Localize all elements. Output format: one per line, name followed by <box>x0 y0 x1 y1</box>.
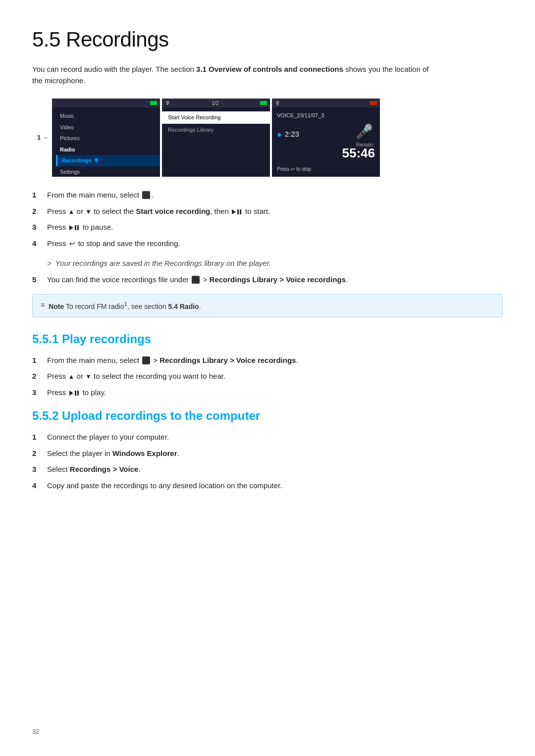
menu-music: Music <box>60 110 160 122</box>
step-4: 4 Press ↩ to stop and save the recording… <box>32 238 503 250</box>
down-arrow-s551: ▼ <box>85 373 92 380</box>
section-552-step-3: 3 Select Recordings > Voice. <box>32 464 503 475</box>
menu-video: Video <box>60 122 160 133</box>
recordings-library-item: Recordings Library <box>162 124 270 136</box>
sub-step: > Your recordings are saved in the Recor… <box>47 258 503 269</box>
pause-bars-2 <box>75 225 79 230</box>
step-3: 3 Press to pause. <box>32 222 503 233</box>
step-5: 5 You can find the voice recordings file… <box>32 274 503 286</box>
intro-paragraph: You can record audio with the player. Th… <box>32 64 438 86</box>
menu-pictures: Pictures <box>60 133 160 144</box>
step-3-text: Press to pause. <box>47 222 503 233</box>
screen-left: Music Video Pictures Radio Recordings 🎙 … <box>52 99 160 177</box>
mic-icon-menu: 🎙 <box>94 156 99 165</box>
menu-radio: Radio <box>60 144 160 155</box>
section-552-step-4: 4 Copy and paste the recordings to any d… <box>32 480 503 492</box>
play-pause-icon-step2 <box>232 209 242 214</box>
start-voice-recording-item: Start Voice Recording <box>162 111 270 124</box>
step-badge-1: 1 → <box>37 133 49 143</box>
s551-step-3-text: Press to play. <box>47 387 503 399</box>
screen-middle-topbar: 🎙 1/2 <box>162 99 270 107</box>
step-2: 2 Press ▲ or ▼ to select the Start voice… <box>32 206 503 217</box>
screen-right-topbar: 🎙 <box>272 99 380 107</box>
s552-step-1-text: Connect the player to your computer. <box>47 432 503 443</box>
step-4-text: Press ↩ to stop and save the recording. <box>47 238 503 250</box>
remain-time: 55:46 <box>342 144 375 163</box>
up-arrow-icon: ▲ <box>68 208 75 215</box>
menu-list-middle: Start Voice Recording Recordings Library <box>162 107 270 136</box>
page-title: 5.5 Recordings <box>32 24 503 55</box>
voice-filename: VOICE_23/11/07_3 <box>277 111 375 120</box>
mic-icon-step1 <box>142 191 150 199</box>
recording-bullet: ● <box>277 129 282 141</box>
mic-icon-right: 🎙 <box>275 99 280 107</box>
screen-right: 🎙 VOICE_23/11/07_3 🎤 Remain ● 2:23 55:46… <box>272 99 380 177</box>
screen-left-topbar <box>52 99 160 107</box>
s551-step-1-text: From the main menu, select > Recordings … <box>47 355 503 366</box>
section-551-title: 5.5.1 Play recordings <box>32 330 503 348</box>
s552-step-4-text: Copy and paste the recordings to any des… <box>47 480 503 492</box>
screen-middle: 🎙 1/2 Start Voice Recording Recordings L… <box>162 99 270 177</box>
mic-icon-step5 <box>192 276 200 284</box>
menu-settings: Settings <box>60 166 160 177</box>
section-551-step-1: 1 From the main menu, select > Recording… <box>32 355 503 366</box>
step-1: 1 From the main menu, select . <box>32 190 503 201</box>
step-4-num: 4 <box>32 238 41 250</box>
pause-bars <box>237 209 241 214</box>
screen-left-wrapper: 1 → Music Video Pictures Radio Recording… <box>52 99 160 177</box>
s551-step-3-num: 3 <box>32 387 41 399</box>
play-triangle-2 <box>69 225 73 230</box>
sub-step-arrow: > <box>47 258 52 269</box>
section-552-steps: 1 Connect the player to your computer. 2… <box>32 432 503 491</box>
screenshots-row: 1 → Music Video Pictures Radio Recording… <box>52 99 380 177</box>
elapsed-time: 2:23 <box>285 129 299 140</box>
step-1-num: 1 <box>32 190 41 201</box>
section-551-step-3: 3 Press to play. <box>32 387 503 399</box>
back-icon-step4: ↩ <box>69 239 75 249</box>
note-icon: ≡ <box>41 300 45 310</box>
sub-step-text: Your recordings are saved in the Recordi… <box>55 258 271 269</box>
s552-step-4-num: 4 <box>32 480 41 492</box>
s552-step-2-num: 2 <box>32 448 41 459</box>
mic-icon-s551-1 <box>142 356 150 364</box>
play-pause-icon-s551 <box>69 391 80 396</box>
battery-icon-middle <box>260 101 267 105</box>
step-5-text: You can find the voice recordings file u… <box>47 274 503 286</box>
step-1-text: From the main menu, select . <box>47 190 503 201</box>
play-triangle-s551 <box>69 391 73 396</box>
step-2-text: Press ▲ or ▼ to select the Start voice r… <box>47 206 503 217</box>
battery-icon-right <box>370 101 377 105</box>
battery-icon-left <box>150 101 157 105</box>
note-box: ≡ Note To record FM radio1, see section … <box>32 294 503 317</box>
s551-step-2-text: Press ▲ or ▼ to select the recording you… <box>47 371 503 382</box>
note-text: Note To record FM radio1, see section 5.… <box>49 300 201 312</box>
step-2-num: 2 <box>32 206 41 217</box>
s552-step-3-text: Select Recordings > Voice. <box>47 464 503 475</box>
menu-recordings: Recordings 🎙 <box>56 155 160 166</box>
s552-step-1-num: 1 <box>32 432 41 443</box>
mic-icon-middle: 🎙 <box>165 99 170 107</box>
step-3-num: 3 <box>32 222 41 233</box>
play-pause-icon-step3 <box>69 225 80 230</box>
section-552-step-1: 1 Connect the player to your computer. <box>32 432 503 443</box>
down-arrow-icon: ▼ <box>85 208 92 215</box>
stop-instruction: Press ↩ to stop <box>277 165 311 173</box>
step5-list: 5 You can find the voice recordings file… <box>32 274 503 286</box>
play-triangle <box>232 209 236 214</box>
s552-step-3-num: 3 <box>32 464 41 475</box>
page-indicator: 1/2 <box>212 100 219 107</box>
s551-step-2-num: 2 <box>32 371 41 382</box>
section-551-steps: 1 From the main menu, select > Recording… <box>32 355 503 399</box>
section-552-title: 5.5.2 Upload recordings to the computer <box>32 407 503 425</box>
mic-big-icon: 🎤 <box>356 121 373 142</box>
pause-bars-s551 <box>75 391 79 396</box>
s552-step-2-text: Select the player in Windows Explorer. <box>47 448 503 459</box>
main-steps-list: 1 From the main menu, select . 2 Press ▲… <box>32 190 503 249</box>
up-arrow-s551: ▲ <box>68 373 75 380</box>
section-552-step-2: 2 Select the player in Windows Explorer. <box>32 448 503 459</box>
menu-items-left: Music Video Pictures Radio Recordings 🎙 … <box>52 107 160 177</box>
step-5-num: 5 <box>32 274 41 286</box>
section-551-step-2: 2 Press ▲ or ▼ to select the recording y… <box>32 371 503 382</box>
s551-step-1-num: 1 <box>32 355 41 366</box>
